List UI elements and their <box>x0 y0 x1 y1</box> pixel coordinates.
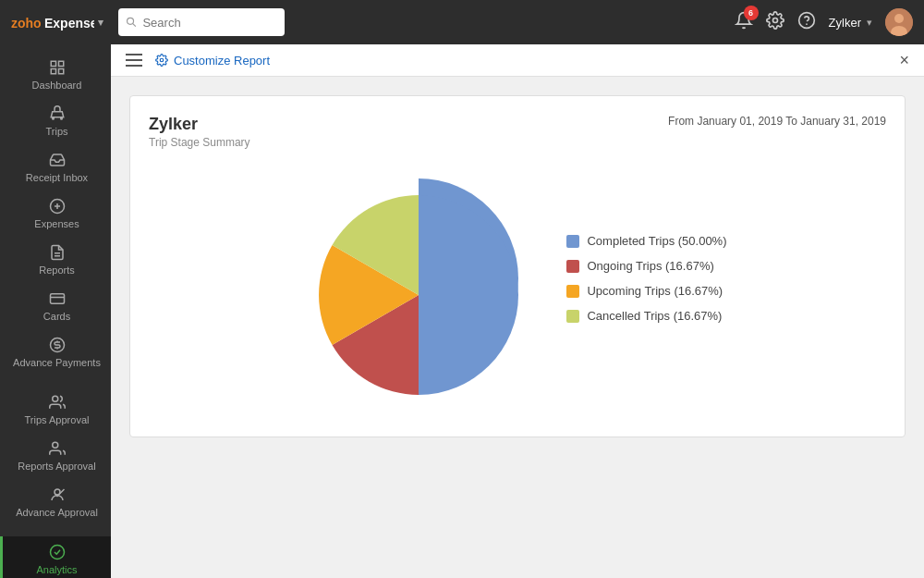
hamburger-line-2 <box>126 59 142 61</box>
legend-label-completed: Completed Trips (50.00%) <box>587 234 726 248</box>
sidebar-item-dashboard[interactable]: Dashboard <box>0 52 111 98</box>
sidebar-label-reports-approval: Reports Approval <box>18 461 95 472</box>
avatar[interactable] <box>885 8 913 36</box>
sidebar-label-trips-approval: Trips Approval <box>25 414 90 425</box>
topbar-right: 6 Zylker ▾ <box>735 8 913 36</box>
app-logo[interactable]: zoho Expense ▾ <box>11 12 103 32</box>
sidebar-label-dashboard: Dashboard <box>32 80 82 91</box>
svg-point-8 <box>894 14 904 23</box>
svg-point-27 <box>160 58 164 62</box>
notifications-button[interactable]: 6 <box>735 11 753 33</box>
svg-rect-10 <box>51 61 55 66</box>
legend-item-ongoing: Ongoing Trips (16.67%) <box>566 259 726 273</box>
sidebar-item-reports[interactable]: Reports <box>0 237 111 283</box>
sidebar-label-advance-approval: Advance Approval <box>16 507 98 518</box>
legend-label-ongoing: Ongoing Trips (16.67%) <box>587 259 713 273</box>
sidebar-item-reports-approval[interactable]: Reports Approval <box>0 433 111 479</box>
svg-rect-12 <box>58 69 63 74</box>
svg-point-25 <box>50 546 64 560</box>
topbar: zoho Expense ▾ 6 <box>0 0 924 44</box>
user-chevron: ▾ <box>867 17 872 29</box>
svg-point-4 <box>772 18 777 23</box>
svg-text:Expense: Expense <box>44 16 94 31</box>
search-bar <box>118 8 285 36</box>
pie-chart <box>308 167 529 389</box>
customize-report-label: Customize Report <box>174 54 270 68</box>
legend-label-cancelled: Cancelled Trips (16.67%) <box>587 309 722 323</box>
gear-icon <box>155 54 168 67</box>
sidebar-item-advance-approval[interactable]: Advance Approval <box>0 479 111 525</box>
report-header: Zylker Trip Stage Summary From January 0… <box>149 115 886 149</box>
sidebar-item-trips[interactable]: Trips <box>0 98 111 144</box>
svg-text:zoho: zoho <box>11 16 42 31</box>
user-name: Zylker <box>829 16 861 30</box>
close-button[interactable]: × <box>899 52 909 68</box>
report-title-group: Zylker Trip Stage Summary <box>149 115 250 149</box>
user-menu[interactable]: Zylker ▾ <box>829 16 872 30</box>
hamburger-button[interactable] <box>126 54 142 67</box>
legend-item-upcoming: Upcoming Trips (16.67%) <box>566 284 726 298</box>
sidebar-label-trips: Trips <box>45 126 67 137</box>
notification-badge: 6 <box>744 6 759 20</box>
report-card: Zylker Trip Stage Summary From January 0… <box>129 95 906 437</box>
report-title: Zylker <box>149 115 250 134</box>
content-toolbar: Customize Report × <box>111 44 924 77</box>
settings-button[interactable] <box>766 11 784 33</box>
sidebar-item-analytics[interactable]: Analytics <box>0 536 111 578</box>
chart-area: Completed Trips (50.00%) Ongoing Trips (… <box>149 167 886 389</box>
content-area: Customize Report × Zylker Trip Stage Sum… <box>111 44 924 578</box>
sidebar-label-reports: Reports <box>39 264 75 276</box>
search-input[interactable] <box>142 16 277 30</box>
svg-point-23 <box>52 442 57 448</box>
svg-rect-13 <box>51 69 55 74</box>
legend-color-ongoing <box>566 260 579 273</box>
report-subtitle: Trip Stage Summary <box>149 136 250 149</box>
chart-legend: Completed Trips (50.00%) Ongoing Trips (… <box>566 234 726 323</box>
sidebar-item-advance-payments[interactable]: Advance Payments <box>0 329 111 375</box>
sidebar-item-expenses[interactable]: Expenses <box>0 191 111 237</box>
svg-rect-17 <box>50 294 64 304</box>
report-date-range: From January 01, 2019 To January 31, 201… <box>668 115 886 128</box>
sidebar-label-receipt-inbox: Receipt Inbox <box>26 172 88 183</box>
sidebar-label-advance-payments: Advance Payments <box>13 357 101 368</box>
app-chevron: ▾ <box>98 17 103 29</box>
customize-report-button[interactable]: Customize Report <box>155 54 270 68</box>
legend-color-completed <box>566 235 579 248</box>
help-button[interactable] <box>797 11 816 33</box>
sidebar-item-receipt-inbox[interactable]: Receipt Inbox <box>0 144 111 191</box>
legend-color-upcoming <box>566 285 579 298</box>
sidebar-item-trips-approval[interactable]: Trips Approval <box>0 387 111 433</box>
hamburger-line-1 <box>126 54 142 55</box>
legend-item-completed: Completed Trips (50.00%) <box>566 234 726 248</box>
svg-point-2 <box>128 18 134 24</box>
sidebar-item-cards[interactable]: Cards <box>0 283 111 329</box>
svg-line-3 <box>133 24 136 27</box>
legend-item-cancelled: Cancelled Trips (16.67%) <box>566 309 726 323</box>
sidebar-label-expenses: Expenses <box>34 218 79 229</box>
sidebar-label-cards: Cards <box>43 311 70 322</box>
svg-point-22 <box>52 396 57 401</box>
main-layout: Dashboard Trips Receipt Inbox Expenses R… <box>0 44 924 578</box>
svg-rect-11 <box>58 61 63 66</box>
legend-label-upcoming: Upcoming Trips (16.67%) <box>587 284 723 298</box>
hamburger-line-3 <box>126 65 142 67</box>
sidebar-label-analytics: Analytics <box>36 564 77 575</box>
search-icon <box>126 16 137 29</box>
legend-color-cancelled <box>566 310 579 323</box>
sidebar: Dashboard Trips Receipt Inbox Expenses R… <box>0 44 111 578</box>
